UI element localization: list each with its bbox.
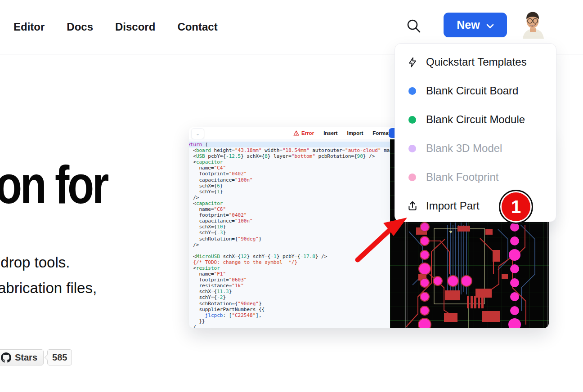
chevron-down-icon [486,18,494,31]
github-icon [1,352,11,363]
code-line: name="C4" [189,165,390,171]
nav-link-contact[interactable]: Contact [177,21,217,33]
code-line: footprint="0402" [189,171,390,177]
new-dropdown-menu: Quickstart TemplatesBlank Circuit BoardB… [395,43,556,222]
code-line: footprint="0603" [189,277,390,283]
github-star-count[interactable]: 585 [47,349,72,365]
color-dot-icon [406,87,418,95]
annotation-step-badge: 1 [499,190,533,224]
code-line: schX={6} [189,183,390,189]
code-line: resistance="1k" [189,283,390,289]
toolbar-item-label: Format [372,130,390,136]
code-line: eturn ( [189,142,390,147]
github-stars-widget: Stars 585 [0,349,72,365]
toolbar-menu: ErrorInsertImportFormat [293,127,390,139]
toolbar-item-import[interactable]: Import [347,130,363,136]
nav-link-docs[interactable]: Docs [67,21,93,33]
editor-mini-tab[interactable]: ⌄ [191,128,204,139]
nav: EditorDocsDiscordContact [13,0,218,54]
search-icon[interactable] [406,18,422,34]
github-stars-button[interactable]: Stars [0,349,44,365]
nav-link-discord[interactable]: Discord [115,21,155,33]
code-line: jlcpcb: ["C22548"], [189,312,390,318]
code-line: / [189,324,390,328]
annotation-step-number: 1 [502,192,530,221]
toolbar-item-label: Insert [323,130,337,136]
color-dot-icon [406,116,418,124]
menu-item-label: Blank Circuit Module [426,113,525,126]
toolbar-item-error[interactable]: Error [293,130,314,136]
toolbar-item-label: Import [347,130,363,136]
menu-item-blank-footprint: Blank Footprint [395,163,556,192]
page-title: on for [0,158,107,211]
menu-item-quickstart-templates[interactable]: Quickstart Templates [395,48,556,76]
menu-item-label: Blank Circuit Board [426,85,518,97]
menu-item-blank-circuit-module[interactable]: Blank Circuit Module [395,105,556,134]
toolbar-item-format[interactable]: Format [372,130,390,136]
code-line: <capacitor [189,159,390,165]
code-line: schY={1} [189,189,390,195]
menu-item-label: Blank Footprint [426,171,498,183]
code-line: name="F1" [189,271,390,277]
nav-link-editor[interactable]: Editor [13,21,45,33]
count-notch [45,354,51,361]
code-line: schX={11.3} [189,289,390,294]
toolbar-item-label: Error [301,130,314,136]
lightning-icon [406,56,418,68]
code-line: <capacitor [189,200,390,206]
warning-icon [293,130,299,136]
hero-paragraph-line: abrication files, [0,280,97,297]
code-line: schRotation={"90deg"} [189,301,390,307]
hero-paragraph-line: 'drop tools. [0,254,70,271]
code-line: schY={-2} [189,294,390,300]
menu-item-label: Import Part [426,200,480,212]
github-stars-label: Stars [15,352,37,363]
menu-item-blank-3d-model: Blank 3D Model [395,134,556,163]
menu-item-label: Blank 3D Model [426,142,502,155]
code-line: capacitance="100n" [189,177,390,183]
code-line: <board height="43.18mm" width="18.54mm" … [189,147,390,153]
annotation-arrow [350,210,417,268]
new-button-label: New [457,18,480,31]
code-line: }} [189,318,390,324]
color-dot-icon [406,145,418,152]
menu-item-label: Quickstart Templates [426,56,527,68]
user-avatar[interactable] [520,10,546,39]
code-line: /> [189,195,390,200]
code-line: <USB pcbY={-12.5} schX={8} layer="bottom… [189,153,390,159]
new-button[interactable]: New [444,13,507,37]
code-line: supplierPartNumbers={{ [189,307,390,312]
color-dot-icon [406,174,418,181]
menu-item-blank-circuit-board[interactable]: Blank Circuit Board [395,76,556,105]
toolbar-item-insert[interactable]: Insert [323,130,337,136]
